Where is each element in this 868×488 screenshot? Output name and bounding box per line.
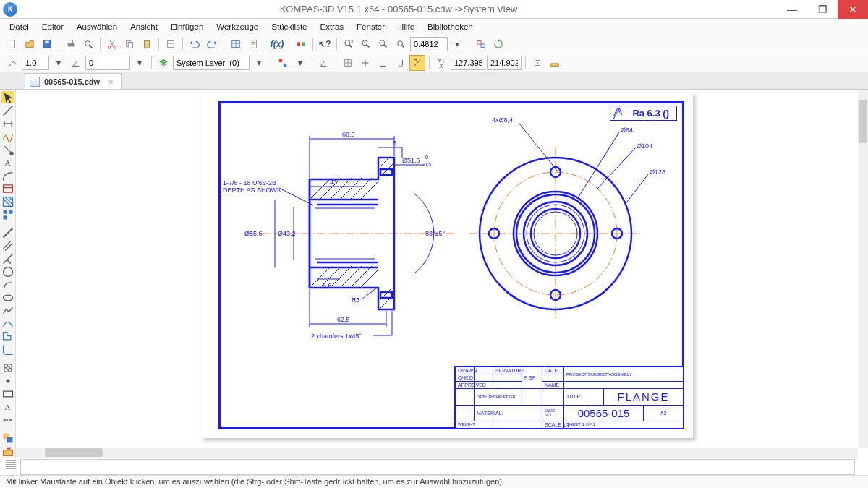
layer-dropdown[interactable]: ▾ <box>251 55 267 71</box>
measure-button[interactable] <box>547 55 563 71</box>
step-icon[interactable] <box>4 55 20 71</box>
fx-button[interactable]: f(x) <box>269 36 285 52</box>
point-tool[interactable] <box>1 143 14 155</box>
menu-auswahlen[interactable]: Auswählen <box>70 20 124 33</box>
menu-datei[interactable]: Datei <box>3 20 35 33</box>
variables-button[interactable] <box>293 36 309 52</box>
menu-ansicht[interactable]: Ansicht <box>124 20 164 33</box>
dim-tool[interactable] <box>1 117 14 129</box>
zoom-window-button[interactable] <box>341 36 357 52</box>
dot-tool[interactable] <box>1 374 14 387</box>
grid-button[interactable] <box>340 55 356 71</box>
views-tool[interactable] <box>1 208 14 221</box>
rebuild-button[interactable] <box>490 36 506 52</box>
step-dropdown[interactable]: ▾ <box>51 55 67 71</box>
axis-tool[interactable] <box>1 414 14 426</box>
scrollbar-horizontal[interactable] <box>16 448 858 458</box>
ellipse-tool[interactable] <box>1 291 14 304</box>
segment-tool[interactable] <box>1 226 14 239</box>
preview-button[interactable] <box>80 36 96 52</box>
close-button[interactable]: ✕ <box>838 0 868 19</box>
zoom-out-button[interactable] <box>375 36 391 52</box>
undo-button[interactable] <box>187 36 203 52</box>
svg-rect-60 <box>4 364 11 371</box>
parallel-tool[interactable] <box>1 239 14 252</box>
bezier-tool[interactable] <box>1 317 14 330</box>
hatch-tool[interactable] <box>1 195 14 207</box>
menu-extras[interactable]: Extras <box>313 20 350 33</box>
step-input[interactable] <box>22 56 49 70</box>
spline-tool[interactable] <box>1 130 14 142</box>
open-button[interactable] <box>22 36 38 52</box>
command-panel-handle[interactable] <box>6 458 16 472</box>
table-button[interactable] <box>228 36 244 52</box>
zoom-dropdown[interactable]: ▾ <box>449 36 465 52</box>
document-tab[interactable]: 00565-015.cdw × <box>25 73 122 89</box>
origin-button[interactable] <box>529 55 545 71</box>
polyline-tool[interactable] <box>1 304 14 317</box>
snap-l-button[interactable] <box>375 55 391 71</box>
arc-tool-2[interactable] <box>1 278 14 291</box>
table-tool[interactable] <box>1 182 14 194</box>
svg-text:68,5: 68,5 <box>342 131 355 138</box>
bom-button[interactable] <box>245 36 261 52</box>
redo-button[interactable] <box>204 36 220 52</box>
save-button[interactable] <box>39 36 55 52</box>
angle-input[interactable] <box>85 56 130 70</box>
menu-stuckliste[interactable]: Stückliste <box>265 20 313 33</box>
zoom-value-input[interactable] <box>410 37 448 51</box>
paste-button[interactable] <box>139 36 155 52</box>
properties-button[interactable] <box>163 36 179 52</box>
copy-button[interactable] <box>122 36 137 52</box>
canvas-area[interactable]: Ra 6.3 () <box>16 90 868 458</box>
svg-rect-34 <box>477 40 481 43</box>
rect-tool[interactable] <box>1 388 14 400</box>
layer-select[interactable] <box>173 56 250 70</box>
select-tool[interactable] <box>1 91 14 103</box>
command-input[interactable] <box>20 459 855 475</box>
menu-hilfe[interactable]: Hilfe <box>391 20 421 33</box>
angle-lock-button[interactable] <box>316 55 332 71</box>
coord-x-input[interactable] <box>451 56 485 70</box>
minimize-button[interactable]: — <box>777 0 807 19</box>
menu-fenster[interactable]: Fenster <box>350 20 391 33</box>
tab-close-icon[interactable]: × <box>109 77 113 86</box>
svg-text:Ø128: Ø128 <box>650 168 665 176</box>
snap-ortho-button[interactable] <box>357 55 373 71</box>
line-tool[interactable] <box>1 104 14 116</box>
color-button[interactable] <box>275 55 291 71</box>
fill-tool[interactable] <box>1 361 14 374</box>
maximize-button[interactable]: ❐ <box>807 0 838 19</box>
new-button[interactable] <box>4 36 20 52</box>
menu-editor[interactable]: Editor <box>35 20 70 33</box>
menu-werkzeuge[interactable]: Werkzeuge <box>210 20 265 33</box>
fillet-tool[interactable] <box>1 343 14 356</box>
menu-bibliotheken[interactable]: Bibliotheken <box>421 20 480 33</box>
coord-y-input[interactable] <box>487 56 522 70</box>
dropdown-3[interactable]: ▾ <box>292 55 308 71</box>
group-tool[interactable] <box>1 432 14 444</box>
library-tool[interactable] <box>1 445 14 457</box>
scrollbar-vertical[interactable] <box>858 90 868 448</box>
svg-text:88°±5°: 88°±5° <box>425 230 446 237</box>
text-tool-2[interactable]: A <box>1 401 14 413</box>
snap-active-button[interactable] <box>409 55 425 71</box>
refresh-button[interactable] <box>473 36 489 52</box>
zoom-in-button[interactable] <box>358 36 374 52</box>
text-tool[interactable]: A <box>1 156 14 168</box>
print-button[interactable] <box>63 36 79 52</box>
angle-dropdown[interactable]: ▾ <box>132 55 148 71</box>
angle-icon[interactable] <box>68 55 84 71</box>
circle-tool[interactable] <box>1 265 14 278</box>
zoom-fit-button[interactable] <box>393 36 409 52</box>
cut-button[interactable] <box>104 36 120 52</box>
arc-tool[interactable] <box>1 169 14 181</box>
svg-text:6,6: 6,6 <box>323 282 332 289</box>
layers-icon[interactable] <box>156 55 171 71</box>
help-button[interactable]: ↖? <box>317 36 333 52</box>
perpendicular-tool[interactable] <box>1 252 14 265</box>
menu-einfugen[interactable]: Einfügen <box>164 20 210 33</box>
pattern-tool[interactable] <box>1 330 14 343</box>
snap-j-button[interactable] <box>392 55 408 71</box>
toolbar-2: ▾ ▾ ▾ ▾ Y↓X <box>0 53 868 72</box>
